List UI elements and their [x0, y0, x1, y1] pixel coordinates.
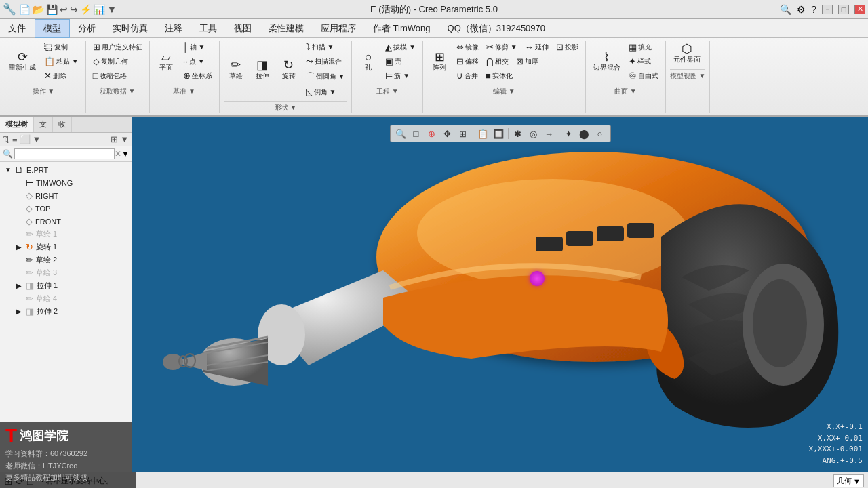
copy-button[interactable]: ⿻ 复制	[41, 41, 81, 54]
tree-item-revolve1[interactable]: ▶ ↻ 旋转 1	[1, 241, 130, 253]
regen-button[interactable]: ⟳ 重新生成	[5, 49, 39, 75]
pattern-button[interactable]: ⊞ 阵列	[427, 49, 452, 75]
regen-icon[interactable]: ⚡	[80, 4, 92, 15]
extrude-button[interactable]: ◨ 拉伸	[250, 57, 275, 83]
project-button[interactable]: ⊡ 投影	[553, 41, 581, 54]
draft-button[interactable]: ◭ 拔模 ▼	[382, 41, 418, 54]
tab-model-tree[interactable]: 模型树	[0, 117, 34, 132]
menu-author[interactable]: 作者 TimWong	[365, 20, 439, 37]
menu-flex[interactable]: 柔性建模	[260, 20, 313, 37]
shell-button[interactable]: ▣ 壳	[382, 55, 418, 68]
round-button[interactable]: ⌒ 倒圆角 ▼	[303, 69, 348, 84]
merge-button[interactable]: ∪ 合并	[454, 69, 481, 82]
settings-icon[interactable]: ⚙	[797, 4, 806, 15]
new-icon[interactable]: 📄	[19, 4, 31, 15]
redo-icon[interactable]: ↪	[70, 4, 78, 15]
offset-button[interactable]: ⊟ 偏移	[454, 55, 481, 68]
comp-interface-button[interactable]: ⬡ 元件界面	[670, 41, 704, 66]
view-options-icon[interactable]: ⬜	[20, 134, 31, 144]
fill-icon: ▦	[629, 42, 637, 52]
rib-button[interactable]: ⊨ 筋 ▼	[382, 69, 418, 82]
sketch-button[interactable]: ✏ 草绘	[224, 57, 248, 83]
thicken-button[interactable]: ⊠ 加厚	[513, 55, 541, 68]
minimize-button[interactable]: －	[822, 5, 833, 14]
tree-item-right[interactable]: ◇ RIGHT	[1, 189, 130, 202]
style-button[interactable]: ✦ 样式	[626, 55, 661, 68]
tree-item-eprt[interactable]: ▼ 🗋 E.PRT	[1, 163, 130, 176]
save-icon[interactable]: 💾	[46, 4, 58, 15]
boundary-blend-button[interactable]: ⌇ 边界混合	[590, 49, 624, 75]
tree-item-sketch3[interactable]: ✏ 草绘 3	[1, 266, 130, 279]
csys-button[interactable]: ⊕ 坐标系	[180, 69, 215, 82]
search-filter-icon[interactable]: 🔍	[3, 149, 13, 159]
search-icon[interactable]: 🔍	[780, 4, 791, 15]
geometry-dropdown[interactable]: 几何 ▼	[833, 474, 864, 487]
freeform-button[interactable]: ♾ 自由式	[626, 69, 661, 82]
menu-tools[interactable]: 工具	[191, 20, 226, 37]
maximize-button[interactable]: □	[838, 5, 849, 14]
close-button[interactable]: ✕	[854, 5, 865, 14]
coord-x: X,X+-0.1	[809, 422, 863, 433]
tree-item-extrude2[interactable]: ▶ ◨ 拉伸 2	[1, 305, 130, 318]
tab-collect[interactable]: 收	[53, 117, 72, 132]
extend-button[interactable]: ↔ 延伸	[522, 41, 551, 54]
open-icon[interactable]: 📂	[33, 4, 44, 15]
filter-icon[interactable]: ▼	[120, 134, 129, 144]
group-label-edit: 编辑 ▼	[427, 85, 581, 96]
coord-y: X,XX+-0.01	[809, 433, 863, 445]
watermark: T 鸿图学院 学习资料群：607360292 老师微信：HTJYCreo 更多精…	[0, 422, 136, 488]
tree-item-timwong[interactable]: ⊢ TIMWONG	[1, 176, 130, 189]
mirror-button[interactable]: ⇔ 镜像	[454, 41, 481, 54]
tree-item-front[interactable]: ◇ FRONT	[1, 215, 130, 228]
tab-text[interactable]: 文	[34, 117, 53, 132]
window-controls: 🔍 ⚙ ? － □ ✕	[780, 4, 865, 15]
copy-geom-button[interactable]: ◇ 复制几何	[90, 55, 145, 68]
point-button[interactable]: ·· 点 ▼	[180, 55, 215, 68]
delete-button[interactable]: ✕ 删除	[41, 69, 81, 82]
style-icon: ✦	[629, 56, 636, 66]
axis-button[interactable]: │ 轴 ▼	[180, 41, 215, 54]
revolve-button[interactable]: ↻ 旋转	[277, 57, 301, 83]
expand-icon[interactable]: ⊞	[111, 134, 118, 144]
help-icon[interactable]: ?	[811, 4, 816, 15]
menu-qq[interactable]: QQ（微信）3192450970	[439, 20, 555, 37]
sort-icon[interactable]: ⇅	[3, 134, 10, 144]
svg-point-7	[163, 354, 183, 370]
sweep-blend-button[interactable]: ⤳ 扫描混合	[303, 55, 348, 68]
undo-icon[interactable]: ↩	[60, 4, 68, 15]
clear-search-icon[interactable]: ✕	[115, 149, 121, 159]
list-icon[interactable]: ≡	[12, 134, 18, 144]
plane-button[interactable]: ▱ 平面	[154, 49, 178, 75]
menu-view[interactable]: 视图	[226, 20, 260, 37]
trim-button[interactable]: ✂ 修剪 ▼	[484, 41, 520, 54]
solidify-button[interactable]: ■ 实体化	[483, 69, 515, 82]
tree-item-sketch4[interactable]: ✏ 草绘 4	[1, 292, 130, 305]
paste-button[interactable]: 📋 粘贴 ▼	[41, 55, 81, 68]
sweep-button[interactable]: ⤵ 扫描 ▼	[303, 41, 348, 54]
menu-apps[interactable]: 应用程序	[313, 20, 365, 37]
tree-item-sketch1[interactable]: ✏ 草绘 1	[1, 228, 130, 241]
menu-file[interactable]: 文件	[0, 20, 35, 37]
fill-button[interactable]: ▦ 填充	[626, 41, 661, 54]
more-icon[interactable]: ▼	[107, 4, 117, 15]
tree-item-sketch2[interactable]: ✏ 草绘 2	[1, 253, 130, 266]
menu-analysis[interactable]: 分析	[70, 20, 104, 37]
tree-item-extrude1[interactable]: ▶ ◨ 拉伸 1	[1, 279, 130, 292]
view-icon[interactable]: 📊	[94, 4, 105, 15]
menu-annotation[interactable]: 注释	[157, 20, 191, 37]
side-panel: 模型树 文 收 ⇅ ≡ ⬜ ▼ ⊞ ▼ 🔍 ✕ ▼ ＋ ▼ 🗋 E.PRT	[0, 117, 132, 472]
chamfer-button[interactable]: ◺ 倒角 ▼	[303, 85, 348, 98]
shrinkwrap-button[interactable]: □ 收缩包络	[90, 69, 145, 82]
tree-item-top[interactable]: ◇ TOP	[1, 202, 130, 215]
search-input[interactable]	[14, 148, 115, 159]
menu-simulation[interactable]: 实时仿真	[104, 20, 157, 37]
viewport[interactable]: 🔍 □ ⊕ ✥ ⊞ 📋 🔲 ✱ ◎ → ✦ ⬤ ○	[132, 117, 868, 472]
search-options-icon[interactable]: ▼	[121, 149, 130, 159]
hole-button[interactable]: ○ 孔	[356, 49, 380, 75]
dropdown-icon[interactable]: ▼	[33, 134, 41, 144]
menu-model[interactable]: 模型	[35, 19, 70, 38]
intersect-button[interactable]: ⋂ 相交	[484, 55, 511, 68]
user-feature-icon: ⊞	[93, 42, 100, 52]
user-feature-button[interactable]: ⊞ 用户定义特征	[90, 41, 145, 54]
right-label: RIGHT	[35, 192, 58, 200]
